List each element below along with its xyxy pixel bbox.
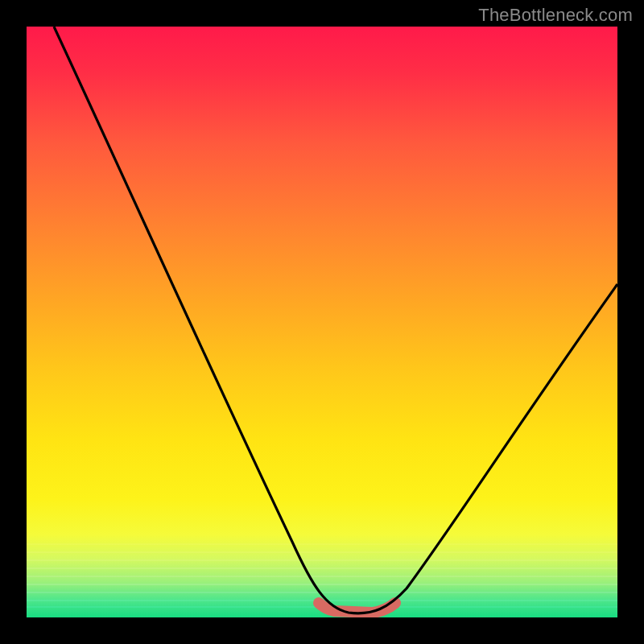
bottleneck-curve <box>54 27 617 613</box>
plot-area <box>27 27 617 617</box>
watermark-text: TheBottleneck.com <box>478 5 633 26</box>
curve-layer <box>27 27 617 617</box>
chart-frame: TheBottleneck.com <box>0 0 644 644</box>
